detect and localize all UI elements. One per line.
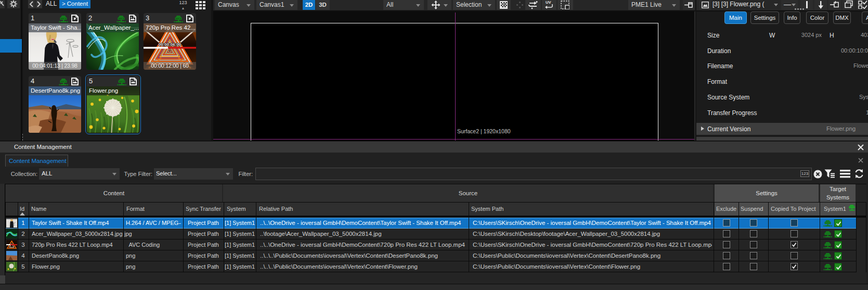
svg-text:00:00:06:00: 00:00:06:00 bbox=[159, 42, 182, 47]
svg-text:UV: UV bbox=[546, 0, 551, 5]
